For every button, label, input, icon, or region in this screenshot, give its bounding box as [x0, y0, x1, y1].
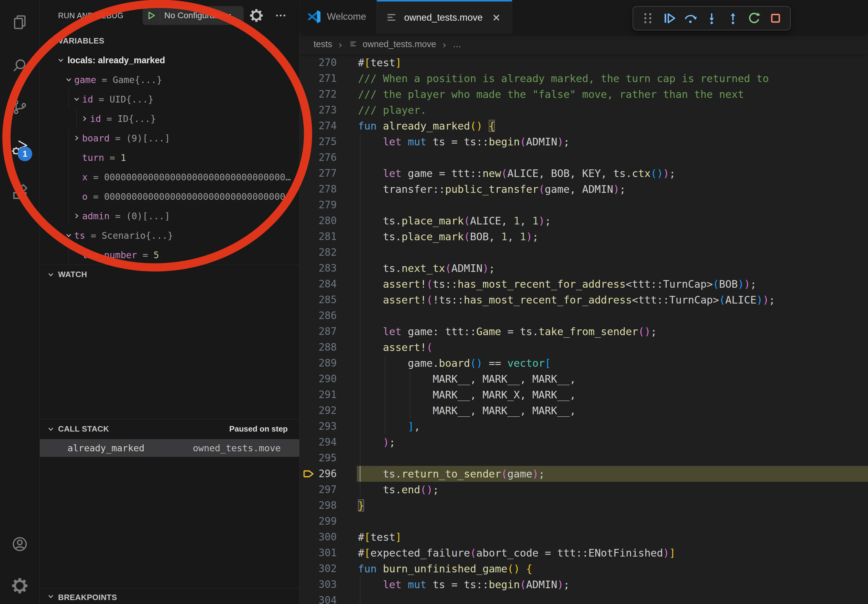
activity-item-extensions[interactable] — [0, 182, 40, 204]
line-number[interactable]: 302 — [299, 561, 337, 577]
code-line-288[interactable]: 288 assert!( — [299, 339, 868, 355]
line-number[interactable]: 296 — [299, 466, 337, 482]
line-number[interactable]: 298 — [299, 497, 337, 513]
code-line-295[interactable]: 295 — [299, 450, 868, 466]
variable-row-game[interactable]: game = Game{...} — [40, 70, 299, 90]
code-line-291[interactable]: 291 MARK__, MARK_X, MARK__, — [299, 387, 868, 403]
code-line-277[interactable]: 277 let game = ttt::new(ALICE, BOB, KEY,… — [299, 166, 868, 181]
code-line-296[interactable]: 296 ts.return_to_sender(game); — [299, 466, 868, 482]
line-number[interactable]: 276 — [299, 150, 337, 166]
chevron-right-icon[interactable] — [73, 135, 80, 142]
code-line-281[interactable]: 281 ts.place_mark(BOB, 1, 1); — [299, 229, 868, 245]
code-line-279[interactable]: 279 — [299, 197, 868, 213]
variable-row-ts[interactable]: ts = Scenario{...} — [40, 226, 299, 245]
restart-button[interactable] — [746, 9, 763, 27]
line-number[interactable]: 272 — [299, 87, 337, 102]
step-into-button[interactable] — [703, 9, 721, 27]
code-line-276[interactable]: 276 — [299, 150, 868, 166]
line-number[interactable]: 275 — [299, 134, 337, 150]
variable-row-admin[interactable]: admin = (0)[...] — [40, 206, 299, 226]
line-number[interactable]: 277 — [299, 166, 337, 181]
code-line-273[interactable]: 273/// player. — [299, 102, 868, 118]
breadcrumb[interactable]: testsowned_tests.move… — [299, 34, 868, 55]
code-line-304[interactable]: 304 — [299, 592, 868, 604]
line-number[interactable]: 278 — [299, 181, 337, 197]
code-editor[interactable]: 270#[test]271/// When a position is alre… — [299, 55, 868, 604]
variable-scope-row[interactable]: locals: already_marked — [40, 51, 299, 70]
call-stack-frame[interactable]: already_markedowned_tests.move — [40, 439, 299, 457]
code-line-302[interactable]: 302fun burn_unfinished_game() { — [299, 561, 868, 577]
variable-row-x[interactable]: x = 000000000000000000000000000000000… — [40, 167, 299, 187]
line-number[interactable]: 287 — [299, 324, 337, 339]
line-number[interactable]: 291 — [299, 387, 337, 403]
line-number[interactable]: 295 — [299, 450, 337, 466]
line-number[interactable]: 279 — [299, 197, 337, 213]
code-line-285[interactable]: 285 assert!(!ts::has_most_recent_for_add… — [299, 292, 868, 308]
code-line-272[interactable]: 272/// the player who made the "false" m… — [299, 87, 868, 102]
line-number[interactable]: 293 — [299, 418, 337, 434]
code-line-292[interactable]: 292 MARK__, MARK__, MARK__, — [299, 403, 868, 418]
variable-row-id[interactable]: id = ID{...} — [40, 109, 299, 129]
continue-button[interactable] — [660, 9, 678, 27]
line-number[interactable]: 274 — [299, 118, 337, 134]
chevron-down-icon[interactable] — [73, 96, 80, 103]
activity-item-run-and-debug[interactable]: 1 — [0, 138, 40, 160]
line-number[interactable]: 299 — [299, 513, 337, 529]
code-line-301[interactable]: 301#[expected_failure(abort_code = ttt::… — [299, 545, 868, 561]
code-line-290[interactable]: 290 MARK__, MARK__, MARK__, — [299, 371, 868, 387]
line-number[interactable]: 304 — [299, 592, 337, 604]
variables-section-header[interactable]: VARIABLES — [40, 31, 299, 51]
chevron-down-icon[interactable] — [65, 232, 72, 239]
debug-config-dropdown[interactable]: No Configurations — [143, 6, 243, 25]
step-out-button[interactable] — [724, 9, 742, 27]
line-number[interactable]: 294 — [299, 434, 337, 450]
tab-owned-tests-move[interactable]: owned_tests.move — [377, 0, 512, 34]
code-line-270[interactable]: 270#[test] — [299, 55, 868, 71]
line-number[interactable]: 301 — [299, 545, 337, 561]
code-line-289[interactable]: 289 game.board() == vector[ — [299, 355, 868, 371]
activity-item-account[interactable] — [0, 534, 40, 556]
variable-row-turn[interactable]: turn = 1 — [40, 148, 299, 167]
line-number[interactable]: 271 — [299, 71, 337, 87]
code-line-283[interactable]: 283 ts.next_tx(ADMIN); — [299, 260, 868, 276]
tab-welcome[interactable]: Welcome — [299, 0, 377, 34]
line-number[interactable]: 283 — [299, 260, 337, 276]
close-icon[interactable] — [491, 12, 502, 23]
activity-item-settings[interactable] — [0, 575, 40, 597]
watch-section-header[interactable]: WATCH — [40, 265, 299, 284]
breadcrumb-item[interactable]: owned_tests.move — [363, 39, 436, 49]
line-number[interactable]: 303 — [299, 577, 337, 592]
line-number[interactable]: 288 — [299, 339, 337, 355]
line-number[interactable]: 281 — [299, 229, 337, 245]
code-line-282[interactable]: 282 — [299, 245, 868, 260]
activity-item-search[interactable] — [0, 55, 40, 77]
line-number[interactable]: 289 — [299, 355, 337, 371]
variable-row-id[interactable]: id = UID{...} — [40, 90, 299, 109]
line-number[interactable]: 285 — [299, 292, 337, 308]
line-number[interactable]: 270 — [299, 55, 337, 71]
breadcrumb-item[interactable]: … — [453, 39, 461, 49]
call-stack-section-header[interactable]: CALL STACK Paused on step — [40, 419, 299, 438]
line-number[interactable]: 273 — [299, 102, 337, 118]
start-debug-icon[interactable] — [143, 6, 160, 25]
chevron-right-icon[interactable] — [81, 115, 88, 122]
line-number[interactable]: 282 — [299, 245, 337, 260]
step-over-button[interactable] — [682, 9, 699, 27]
line-number[interactable]: 290 — [299, 371, 337, 387]
code-line-303[interactable]: 303 let mut ts = ts::begin(ADMIN); — [299, 577, 868, 592]
more-actions-icon[interactable] — [273, 9, 288, 22]
code-line-275[interactable]: 275 let mut ts = ts::begin(ADMIN); — [299, 134, 868, 150]
chevron-down-icon[interactable] — [57, 57, 65, 64]
code-line-278[interactable]: 278 transfer::public_transfer(game, ADMI… — [299, 181, 868, 197]
code-line-287[interactable]: 287 let game: ttt::Game = ts.take_from_s… — [299, 324, 868, 339]
code-line-284[interactable]: 284 assert!(ts::has_most_recent_for_addr… — [299, 276, 868, 292]
chevron-down-icon[interactable] — [65, 76, 72, 83]
gear-icon[interactable] — [249, 8, 264, 23]
breakpoints-section-header[interactable]: BREAKPOINTS — [40, 588, 299, 604]
line-number[interactable]: 292 — [299, 403, 337, 418]
code-line-293[interactable]: 293 ], — [299, 418, 868, 434]
code-line-298[interactable]: 298} — [299, 497, 868, 513]
code-line-297[interactable]: 297 ts.end(); — [299, 482, 868, 497]
code-line-286[interactable]: 286 — [299, 308, 868, 324]
variable-row-txn_number[interactable]: txn_number = 5 — [40, 245, 299, 265]
